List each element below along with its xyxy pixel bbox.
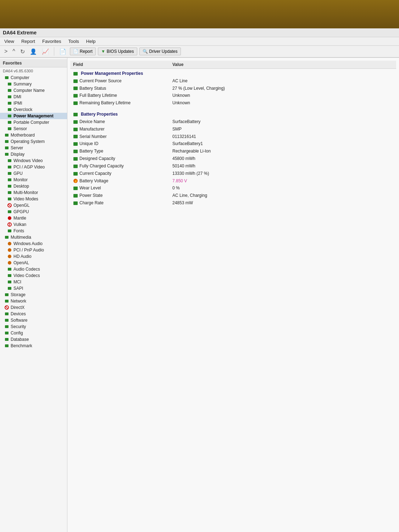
sidebar-item-pci-pnp-audio[interactable]: PCI / PnP Audio [0,247,67,253]
devices-icon [4,311,9,316]
sidebar-item-pci-agp-video[interactable]: PCI / AGP Video [0,164,67,170]
sidebar-item-monitor[interactable]: Monitor [0,177,67,183]
sidebar-item-gpu[interactable]: GPU [0,170,67,177]
motherboard-icon [4,133,9,138]
sidebar-item-computer-name[interactable]: Computer Name [0,87,67,94]
menu-view[interactable]: View [3,38,16,45]
sidebar-item-power-management[interactable]: Power Management [0,113,67,119]
value-cell: Unknown [170,92,396,99]
menu-favorites[interactable]: Favorites [41,38,62,45]
sidebar-item-display[interactable]: Display [0,151,67,157]
nav-up-icon[interactable]: ^ [11,48,17,55]
field-cell: Wear Level [70,184,170,192]
sidebar-item-vulkan[interactable]: Vulkan [0,221,67,228]
field-green-icon [73,193,79,198]
summary-label: Summary [13,82,32,87]
sidebar-item-motherboard[interactable]: Motherboard [0,132,67,138]
svg-rect-22 [8,210,11,213]
spacer-row [70,107,396,110]
video-modes-label: Video Modes [13,196,38,201]
app-title: DA64 Extreme [3,30,37,35]
spacer-row [70,207,396,210]
sidebar-item-devices[interactable]: Devices [0,311,67,317]
sidebar-item-overclock[interactable]: Overclock [0,106,67,113]
svg-rect-13 [8,159,11,162]
overclock-icon [7,107,12,112]
opengl-label: OpenGL [13,203,29,208]
svg-rect-54 [73,135,78,138]
operating-system-label: Operating System [11,139,45,144]
sidebar-item-video-modes[interactable]: Video Modes [0,196,67,202]
sidebar-item-hd-audio[interactable]: HD Audio [0,253,67,260]
sidebar-item-portable-computer[interactable]: Portable Computer [0,119,67,126]
sidebar-item-dmi[interactable]: DMI [0,94,67,100]
svg-point-23 [8,216,11,220]
report-button[interactable]: 📄 Report [70,48,96,55]
sidebar-item-video-codecs[interactable]: Video Codecs [0,272,67,279]
svg-rect-63 [73,194,78,198]
benchmark-icon [4,343,9,348]
sidebar-item-multimedia[interactable]: Multimedia [0,234,67,240]
sidebar-item-benchmark[interactable]: Benchmark [0,343,67,349]
audio-codecs-icon [7,267,12,272]
svg-rect-51 [73,113,78,116]
sidebar-item-directx[interactable]: DirectX [0,304,67,311]
detail-table: Field Value Power Management PropertiesC… [70,61,396,210]
opengl-icon [7,203,12,208]
toolbar: > ^ ↻ 👤 📈 📄 📄 Report ▼ BIOS Updates 🔍 Dr… [0,46,399,58]
table-row: Serial Number0113216141 [70,133,396,140]
sidebar-item-security[interactable]: Security [0,323,67,330]
sidebar-item-gpgpu[interactable]: GPGPU [0,209,67,215]
sidebar-item-opengl[interactable]: OpenGL [0,202,67,209]
nav-forward-icon[interactable]: > [3,48,9,55]
menu-report[interactable]: Report [20,38,37,45]
sidebar-item-windows-video[interactable]: Windows Video [0,157,67,164]
svg-rect-7 [8,121,11,124]
sidebar-item-ipmi[interactable]: IPMI [0,100,67,106]
nav-user-icon[interactable]: 👤 [28,48,38,56]
section-header-battery-properties: Battery Properties [70,110,396,118]
sidebar-item-config[interactable]: Config [0,330,67,336]
svg-rect-6 [8,115,11,117]
svg-rect-43 [5,332,9,334]
svg-text:⚡: ⚡ [74,179,78,183]
svg-rect-37 [5,300,9,303]
sidebar-item-mci[interactable]: MCI [0,279,67,285]
bios-updates-button[interactable]: ▼ BIOS Updates [98,48,137,55]
sidebar-item-operating-system[interactable]: Operating System [0,138,67,145]
sidebar-item-computer[interactable]: Computer [0,74,67,81]
nav-chart-icon[interactable]: 📈 [40,48,50,56]
sidebar-item-network[interactable]: Network [0,298,67,304]
table-row: Battery Status27 % (Low Level, Charging) [70,85,396,92]
sidebar-item-multi-monitor[interactable]: Multi-Monitor [0,189,67,196]
sidebar-item-windows-audio[interactable]: Windows Audio [0,240,67,247]
desktop-icon [7,184,12,189]
sidebar-item-storage[interactable]: Storage [0,292,67,298]
nav-refresh-icon[interactable]: ↻ [19,48,26,56]
svg-rect-5 [8,108,11,111]
sidebar-item-audio-codecs[interactable]: Audio Codecs [0,266,67,272]
portable-computer-icon [7,120,12,125]
video-codecs-label: Video Codecs [13,273,40,278]
svg-rect-48 [73,87,78,90]
sidebar-item-summary[interactable]: Summary [0,81,67,87]
sidebar-item-openal[interactable]: OpenAL [0,260,67,266]
sidebar-item-software[interactable]: Software [0,317,67,323]
sidebar: Favorites DA64 v6.85.6300 ComputerSummar… [0,58,67,532]
sidebar-item-fonts[interactable]: Fonts [0,228,67,234]
multimedia-label: Multimedia [11,235,31,240]
svg-rect-1 [8,83,11,85]
computer-label: Computer [11,75,29,80]
svg-rect-53 [73,128,78,131]
sidebar-item-sapi[interactable]: SAPI [0,285,67,292]
svg-rect-16 [8,178,11,181]
driver-updates-button[interactable]: 🔍 Driver Updates [139,48,181,55]
menu-tools[interactable]: Tools [67,38,80,45]
sidebar-item-server[interactable]: Server [0,145,67,151]
sidebar-item-sensor[interactable]: Sensor [0,126,67,132]
menu-help[interactable]: Help [85,38,97,45]
nav-page-icon[interactable]: 📄 [58,48,68,56]
sidebar-item-database[interactable]: Database [0,336,67,343]
sidebar-item-mantle[interactable]: Mantle [0,215,67,221]
sidebar-item-desktop[interactable]: Desktop [0,183,67,189]
